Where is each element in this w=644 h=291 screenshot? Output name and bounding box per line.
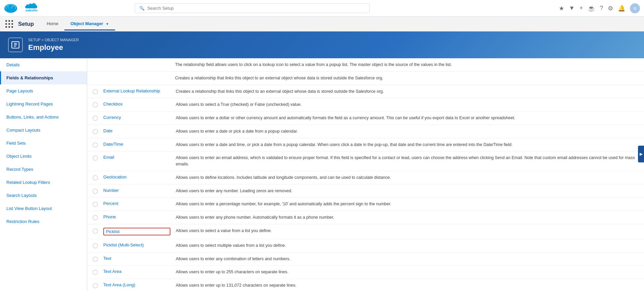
field-desc-email: Allows users to enter an email address, …	[176, 155, 639, 167]
field-row-picklist-multi: Picklist (Multi-Select) Allows users to …	[87, 239, 644, 252]
salesforce-logo	[4, 4, 17, 13]
field-desc-date: Allows users to enter a date or pick a d…	[176, 128, 639, 135]
sidebar-item-fields-relationships[interactable]: Fields & Relationships	[0, 71, 87, 84]
dropdown-icon[interactable]: ▼	[569, 5, 575, 12]
field-name-picklist[interactable]: Picklist	[103, 228, 170, 235]
tab-home[interactable]: Home	[41, 18, 64, 30]
radio-text-area-long[interactable]	[93, 283, 98, 288]
sidebar-item-record-types[interactable]: Record Types	[0, 163, 87, 176]
breadcrumb: SETUP > OBJECT MANAGER	[28, 38, 79, 42]
search-bar[interactable]: 🔍	[135, 3, 370, 13]
avatar[interactable]: U	[630, 3, 640, 13]
object-icon	[8, 38, 23, 52]
field-row-datetime: Date/Time Allows users to enter a date a…	[87, 138, 644, 152]
field-desc-number: Allows users to enter any number. Leadin…	[176, 188, 639, 194]
radio-text-area[interactable]	[93, 270, 98, 275]
field-name-number[interactable]: Number	[103, 188, 170, 193]
sidebar-item-compact-layouts[interactable]: Compact Layouts	[0, 124, 87, 137]
top-navigation: salesforce 🔍 ★ ▼ + ☕ ? ⚙ 🔔 U	[0, 0, 644, 17]
field-row-external-lookup: External Lookup Relationship Creates a r…	[87, 85, 644, 98]
svg-rect-4	[6, 8, 15, 11]
field-desc-currency: Allows users to enter a dollar or other …	[176, 115, 639, 121]
radio-currency[interactable]	[93, 116, 98, 121]
bookmark-icon[interactable]: ★	[559, 5, 564, 12]
sidebar-item-object-limits[interactable]: Object Limits	[0, 150, 87, 163]
banner: SETUP > OBJECT MANAGER Employee	[0, 31, 644, 58]
header-desc-row-2: Creates a relationship that links this o…	[87, 72, 644, 85]
field-desc-picklist: Allows users to select a value from a li…	[176, 228, 639, 234]
setup-icon[interactable]: ☕	[588, 5, 595, 12]
field-desc-picklist-multi: Allows users to select multiple values f…	[176, 242, 639, 249]
radio-datetime[interactable]	[93, 142, 98, 148]
field-desc-checkbox: Allows users to select a True (checked) …	[176, 101, 639, 108]
radio-date[interactable]	[93, 129, 98, 134]
radio-text[interactable]	[93, 257, 98, 262]
radio-number[interactable]	[93, 189, 98, 194]
tab-object-manager[interactable]: Object Manager ▼	[64, 18, 115, 30]
breadcrumb-setup[interactable]: SETUP	[28, 38, 40, 42]
field-desc-text-area-long: Allows users to enter up to 131,072 char…	[176, 282, 639, 289]
field-name-picklist-multi[interactable]: Picklist (Multi-Select)	[103, 242, 170, 247]
sidebar-item-list-view-button-layout[interactable]: List View Button Layout	[0, 202, 87, 215]
radio-percent[interactable]	[93, 202, 98, 207]
field-name-currency[interactable]: Currency	[103, 115, 170, 120]
field-row-email: Email Allows users to enter an email add…	[87, 151, 644, 171]
sidebar-item-field-sets[interactable]: Field Sets	[0, 137, 87, 150]
field-type-list: The relationship field allows users to c…	[87, 58, 644, 291]
radio-picklist[interactable]	[93, 228, 98, 234]
sidebar: Details Fields & Relationships Page Layo…	[0, 58, 87, 291]
field-row-phone: Phone Allows users to enter any phone nu…	[87, 211, 644, 224]
search-icon: 🔍	[139, 6, 145, 11]
field-name-date[interactable]: Date	[103, 128, 170, 133]
field-name-percent[interactable]: Percent	[103, 201, 170, 206]
app-launcher[interactable]	[5, 20, 13, 28]
field-name-text-area[interactable]: Text Area	[103, 269, 170, 274]
field-desc-external-lookup: Creates a relationship that links this o…	[176, 88, 639, 95]
content-area: The relationship field allows users to c…	[87, 58, 644, 291]
field-row-text-area: Text Area Allows users to enter up to 25…	[87, 266, 644, 279]
radio-picklist-multi[interactable]	[93, 243, 98, 248]
bell-icon[interactable]: 🔔	[618, 5, 625, 12]
field-row-checkbox: Checkbox Allows users to select a True (…	[87, 98, 644, 112]
field-name-geolocation[interactable]: Geolocation	[103, 174, 170, 179]
field-desc-phone: Allows users to enter any phone number. …	[176, 214, 639, 221]
sidebar-item-lightning-record-pages[interactable]: Lightning Record Pages	[0, 97, 87, 111]
sf-logo-icon: salesforce	[23, 3, 38, 13]
main-container: Details Fields & Relationships Page Layo…	[0, 58, 644, 291]
search-input[interactable]	[147, 6, 365, 11]
gear-icon[interactable]: ⚙	[608, 5, 613, 12]
radio-email[interactable]	[93, 155, 98, 161]
sidebar-item-restriction-rules[interactable]: Restriction Rules	[0, 215, 87, 228]
setup-label: Setup	[18, 21, 34, 27]
help-icon[interactable]: ?	[600, 5, 603, 12]
sidebar-item-details[interactable]: Details	[0, 58, 87, 71]
radio-phone[interactable]	[93, 215, 98, 220]
radio-geolocation[interactable]	[93, 175, 98, 180]
chevron-down-icon: ▼	[106, 22, 109, 26]
field-row-percent: Percent Allows users to enter a percenta…	[87, 198, 644, 211]
field-name-text-area-long[interactable]: Text Area (Long)	[103, 282, 170, 287]
sidebar-item-page-layouts[interactable]: Page Layouts	[0, 84, 87, 97]
field-row-picklist: Picklist Allows users to select a value …	[87, 224, 644, 239]
field-name-checkbox[interactable]: Checkbox	[103, 101, 170, 106]
field-name-datetime[interactable]: Date/Time	[103, 142, 170, 147]
field-row-number: Number Allows users to enter any number.…	[87, 185, 644, 198]
radio-external-lookup[interactable]	[93, 89, 98, 94]
field-name-email[interactable]: Email	[103, 155, 170, 160]
field-name-phone[interactable]: Phone	[103, 214, 170, 219]
field-row-date: Date Allows users to enter a date or pic…	[87, 125, 644, 138]
second-navigation: Setup Home Object Manager ▼	[0, 17, 644, 31]
banner-text: SETUP > OBJECT MANAGER Employee	[28, 38, 79, 52]
field-row-text-area-long: Text Area (Long) Allows users to enter u…	[87, 279, 644, 291]
page-title: Employee	[28, 43, 79, 52]
sidebar-item-buttons-links-actions[interactable]: Buttons, Links, and Actions	[0, 111, 87, 124]
sidebar-item-search-layouts[interactable]: Search Layouts	[0, 189, 87, 202]
right-collapse-tab[interactable]: ▶	[638, 146, 644, 162]
breadcrumb-object-manager[interactable]: OBJECT MANAGER	[45, 38, 79, 42]
add-icon[interactable]: +	[579, 5, 583, 12]
radio-checkbox[interactable]	[93, 102, 98, 107]
field-name-text[interactable]: Text	[103, 256, 170, 261]
sidebar-item-related-lookup-filters[interactable]: Related Lookup Filters	[0, 176, 87, 189]
field-desc-text-area: Allows users to enter up to 255 characte…	[176, 269, 639, 275]
field-name-external-lookup[interactable]: External Lookup Relationship	[103, 88, 170, 93]
